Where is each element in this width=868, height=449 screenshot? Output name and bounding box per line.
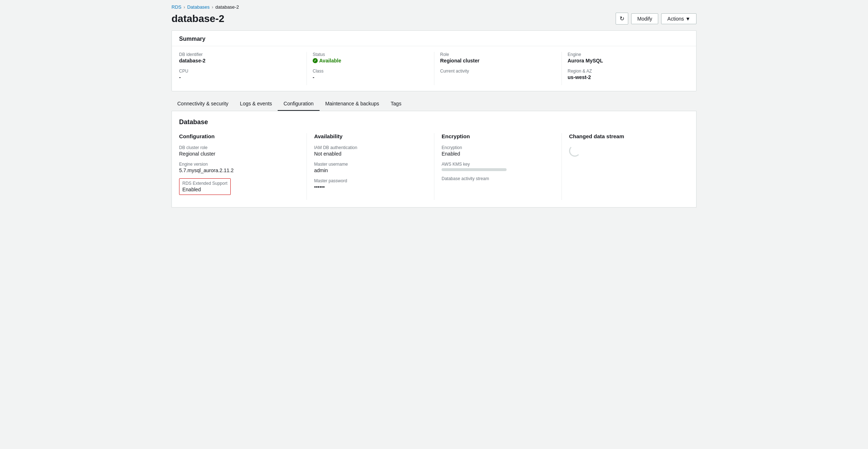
engine-value: Aurora MySQL [568,58,683,64]
iam-db-auth-group: IAM DB authentication Not enabled [314,145,427,157]
summary-title: Summary [179,36,205,42]
status-value: Available [313,58,428,64]
cpu-label: CPU [179,69,301,74]
loading-spinner [569,145,581,157]
main-content: Database Configuration DB cluster role R… [172,111,696,208]
breadcrumb-sep-2: › [212,5,213,10]
kms-key-bar [442,168,507,171]
configuration-col-title: Configuration [179,133,299,139]
engine-version-label: Engine version [179,162,299,167]
engine-group: Engine Aurora MySQL [568,52,683,64]
master-password-value: •••••• [314,184,427,190]
role-label: Role [440,52,556,57]
config-grid: Configuration DB cluster role Regional c… [179,133,689,200]
database-section-title: Database [179,118,689,126]
region-az-group: Region & AZ us-west-2 [568,69,683,80]
changed-data-stream-col: Changed data stream [561,133,689,200]
encryption-col-title: Encryption [442,133,554,139]
current-activity-group: Current activity [440,69,556,74]
tab-logs[interactable]: Logs & events [234,97,278,111]
engine-version-group: Engine version 5.7.mysql_aurora.2.11.2 [179,162,299,173]
encryption-label: Encryption [442,145,554,150]
tab-connectivity[interactable]: Connectivity & security [172,97,234,111]
rds-extended-support-group: RDS Extended Support Enabled [179,178,299,195]
status-label: Status [313,52,428,57]
refresh-button[interactable]: ↻ [616,13,628,25]
actions-button[interactable]: Actions ▼ [661,13,696,24]
iam-db-auth-label: IAM DB authentication [314,145,427,150]
cpu-value: - [179,74,301,80]
db-cluster-role-value: Regional cluster [179,151,299,157]
availability-col-title: Availability [314,133,427,139]
class-value: - [313,74,428,80]
summary-col-2: Status Available Class - [307,52,434,85]
summary-col-3: Role Regional cluster Current activity [434,52,561,85]
breadcrumb-current: database-2 [216,4,239,10]
breadcrumb-rds-link[interactable]: RDS [172,4,181,10]
db-cluster-role-group: DB cluster role Regional cluster [179,145,299,157]
breadcrumb: RDS › Databases › database-2 [163,0,705,11]
header-actions: ↻ Modify Actions ▼ [616,13,696,25]
rds-extended-support-value: Enabled [182,187,227,192]
database-activity-stream-group: Database activity stream [442,176,554,181]
status-icon [313,58,318,63]
changed-data-stream-title: Changed data stream [569,133,682,139]
master-password-label: Master password [314,178,427,183]
region-az-label: Region & AZ [568,69,683,74]
summary-col-1: DB identifier database-2 CPU - [179,52,307,85]
encryption-col: Encryption Encryption Enabled AWS KMS ke… [434,133,561,200]
summary-grid: DB identifier database-2 CPU - Status Av… [172,46,696,91]
class-label: Class [313,69,428,74]
db-identifier-group: DB identifier database-2 [179,52,301,64]
engine-version-value: 5.7.mysql_aurora.2.11.2 [179,167,299,173]
summary-card: Summary DB identifier database-2 CPU - S… [172,30,696,91]
tab-configuration[interactable]: Configuration [278,97,319,111]
breadcrumb-databases-link[interactable]: Databases [187,4,209,10]
role-value: Regional cluster [440,58,556,64]
page-title: database-2 [172,13,224,25]
status-group: Status Available [313,52,428,64]
summary-col-4: Engine Aurora MySQL Region & AZ us-west-… [561,52,689,85]
engine-label: Engine [568,52,683,57]
role-group: Role Regional cluster [440,52,556,64]
rds-extended-support-highlighted: RDS Extended Support Enabled [179,178,231,195]
master-username-value: admin [314,167,427,173]
master-password-group: Master password •••••• [314,178,427,190]
encryption-status-group: Encryption Enabled [442,145,554,157]
tab-maintenance[interactable]: Maintenance & backups [320,97,385,111]
class-group: Class - [313,69,428,80]
breadcrumb-sep-1: › [183,5,185,10]
modify-button[interactable]: Modify [631,13,658,24]
db-cluster-role-label: DB cluster role [179,145,299,150]
iam-db-auth-value: Not enabled [314,151,427,157]
cpu-group: CPU - [179,69,301,80]
page-header: database-2 ↻ Modify Actions ▼ [163,11,705,30]
database-activity-stream-label: Database activity stream [442,176,554,181]
master-username-label: Master username [314,162,427,167]
aws-kms-key-label: AWS KMS key [442,162,554,167]
availability-col: Availability IAM DB authentication Not e… [307,133,434,200]
tab-tags[interactable]: Tags [385,97,407,111]
db-identifier-value: database-2 [179,58,301,64]
aws-kms-key-group: AWS KMS key [442,162,554,171]
db-identifier-label: DB identifier [179,52,301,57]
region-az-value: us-west-2 [568,74,683,80]
encryption-value: Enabled [442,151,554,157]
tabs-bar: Connectivity & security Logs & events Co… [172,97,696,111]
current-activity-label: Current activity [440,69,556,74]
summary-card-header: Summary [172,31,696,46]
rds-extended-support-label: RDS Extended Support [182,181,227,186]
configuration-col: Configuration DB cluster role Regional c… [179,133,307,200]
master-username-group: Master username admin [314,162,427,173]
